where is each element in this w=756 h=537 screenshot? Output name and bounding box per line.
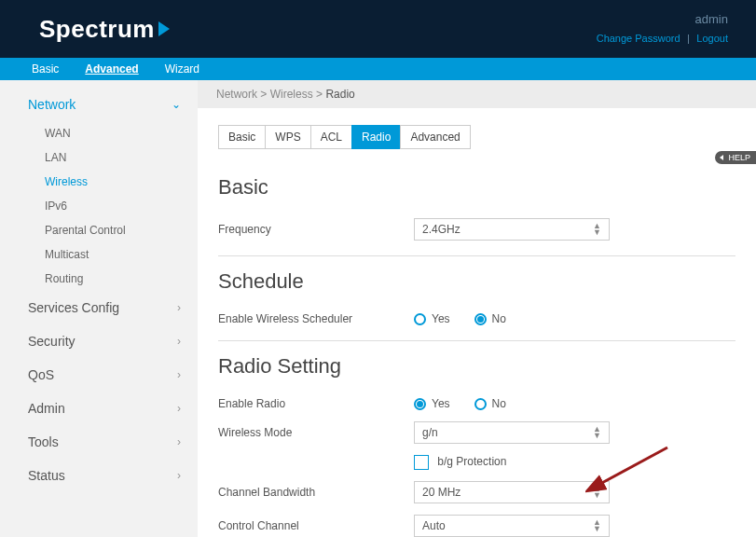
header-right: admin Change Password | Logout <box>597 12 728 46</box>
select-value: 20 MHz <box>422 486 460 499</box>
current-user: admin <box>597 12 728 26</box>
control-channel-select[interactable]: Auto ▲▼ <box>414 515 610 537</box>
frequency-select[interactable]: 2.4GHz ▲▼ <box>414 218 610 241</box>
sidebar-item-ipv6[interactable]: IPv6 <box>0 194 198 218</box>
content: Basic WPS ACL Radio Advanced Basic Frequ… <box>198 108 756 537</box>
separator: > <box>316 88 325 101</box>
bg-protection-checkbox[interactable] <box>414 455 429 470</box>
select-caret-icon: ▲▼ <box>593 426 601 439</box>
field-schedule-enable: Enable Wireless Scheduler Yes No <box>218 307 735 331</box>
enable-radio-label: Enable Radio <box>218 397 414 410</box>
topnav-wizard[interactable]: Wizard <box>165 62 199 76</box>
section-radio-title: Radio Setting <box>218 354 735 379</box>
channel-bandwidth-label: Channel Bandwidth <box>218 486 414 499</box>
sidebar-item-multicast[interactable]: Multicast <box>0 242 198 267</box>
section-schedule-title: Schedule <box>218 269 735 294</box>
field-wireless-mode: Wireless Mode g/n ▲▼ <box>218 416 735 449</box>
sidebar-group-label: Services Config <box>28 300 119 315</box>
sidebar: Network ⌄ WAN LAN Wireless IPv6 Parental… <box>0 80 198 537</box>
sidebar-item-wireless[interactable]: Wireless <box>0 170 198 194</box>
sidebar-item-routing[interactable]: Routing <box>0 267 198 291</box>
control-channel-label: Control Channel <box>218 519 414 532</box>
radio-icon <box>414 398 426 410</box>
chevron-right-icon: › <box>177 368 181 381</box>
chevron-right-icon: › <box>177 435 181 448</box>
schedule-no-radio[interactable]: No <box>474 312 506 325</box>
tabs: Basic WPS ACL Radio Advanced <box>218 125 735 149</box>
main-panel: Network > Wireless > Radio HELP Basic WP… <box>198 80 756 537</box>
separator: > <box>260 88 269 101</box>
topnav-basic[interactable]: Basic <box>32 62 59 76</box>
chevron-right-icon: › <box>177 402 181 415</box>
sidebar-group-tools[interactable]: Tools › <box>0 425 198 459</box>
tab-acl[interactable]: ACL <box>310 125 352 149</box>
topnav-advanced[interactable]: Advanced <box>85 62 138 76</box>
breadcrumb-part[interactable]: Network <box>216 88 257 101</box>
help-button[interactable]: HELP <box>715 151 756 164</box>
enable-radio-yes[interactable]: Yes <box>414 397 450 410</box>
logout-link[interactable]: Logout <box>696 33 728 44</box>
radio-label: No <box>492 312 506 325</box>
sidebar-group-label: Admin <box>28 401 65 416</box>
select-caret-icon: ▲▼ <box>593 486 601 499</box>
sidebar-group-admin[interactable]: Admin › <box>0 392 198 425</box>
radio-icon <box>414 313 426 325</box>
field-enable-radio: Enable Radio Yes No <box>218 392 735 416</box>
wireless-mode-select[interactable]: g/n ▲▼ <box>414 421 610 444</box>
sidebar-group-label: QoS <box>28 367 54 382</box>
sidebar-group-label: Status <box>28 468 65 483</box>
schedule-enable-label: Enable Wireless Scheduler <box>218 312 414 325</box>
change-password-link[interactable]: Change Password <box>597 33 680 44</box>
sidebar-group-label: Tools <box>28 434 59 449</box>
select-caret-icon: ▲▼ <box>593 519 601 532</box>
sidebar-group-qos[interactable]: QoS › <box>0 358 198 392</box>
chevron-right-icon: › <box>177 469 181 482</box>
select-value: Auto <box>422 519 446 532</box>
brand-logo: Spectrum <box>39 15 170 44</box>
layout: Network ⌄ WAN LAN Wireless IPv6 Parental… <box>0 80 756 537</box>
schedule-yes-radio[interactable]: Yes <box>414 312 450 325</box>
breadcrumb-part[interactable]: Wireless <box>270 88 313 101</box>
select-value: 2.4GHz <box>422 223 460 236</box>
radio-label: Yes <box>432 397 450 410</box>
separator: | <box>687 33 690 44</box>
sidebar-item-lan[interactable]: LAN <box>0 145 198 170</box>
section-basic-title: Basic <box>218 175 735 200</box>
chevron-right-icon: › <box>177 335 181 348</box>
channel-bandwidth-select[interactable]: 20 MHz ▲▼ <box>414 481 610 503</box>
sidebar-item-parental[interactable]: Parental Control <box>0 218 198 242</box>
enable-radio-no[interactable]: No <box>474 397 506 410</box>
tab-radio[interactable]: Radio <box>351 125 401 149</box>
sidebar-group-status[interactable]: Status › <box>0 459 198 492</box>
header: Spectrum admin Change Password | Logout <box>0 0 756 58</box>
header-links: Change Password | Logout <box>597 29 728 46</box>
radio-icon <box>474 313 487 325</box>
field-bg-protection: b/g Protection <box>218 449 735 475</box>
divider <box>218 340 735 341</box>
logo-text: Spectrum <box>39 15 155 44</box>
field-control-channel: Control Channel Auto ▲▼ <box>218 509 735 537</box>
tab-wps[interactable]: WPS <box>265 125 310 149</box>
wireless-mode-label: Wireless Mode <box>218 426 414 439</box>
breadcrumb: Network > Wireless > Radio <box>198 80 756 108</box>
tab-basic[interactable]: Basic <box>218 125 266 149</box>
frequency-label: Frequency <box>218 223 414 236</box>
divider <box>218 255 735 256</box>
chevron-right-icon: › <box>177 301 181 314</box>
sidebar-group-network[interactable]: Network ⌄ <box>0 88 198 121</box>
select-value: g/n <box>422 426 438 439</box>
breadcrumb-current: Radio <box>325 88 354 101</box>
field-channel-bandwidth: Channel Bandwidth 20 MHz ▲▼ <box>218 475 735 509</box>
sidebar-item-wan[interactable]: WAN <box>0 121 198 145</box>
logo-triangle-icon <box>158 21 170 36</box>
chevron-down-icon: ⌄ <box>172 98 181 111</box>
top-nav: Basic Advanced Wizard <box>0 58 756 80</box>
radio-label: Yes <box>432 312 450 325</box>
sidebar-group-label: Network <box>28 97 76 112</box>
tab-advanced[interactable]: Advanced <box>400 125 470 149</box>
sidebar-group-services[interactable]: Services Config › <box>0 291 198 324</box>
sidebar-group-security[interactable]: Security › <box>0 324 198 358</box>
radio-icon <box>474 398 487 410</box>
radio-label: No <box>492 397 506 410</box>
select-caret-icon: ▲▼ <box>593 223 601 236</box>
